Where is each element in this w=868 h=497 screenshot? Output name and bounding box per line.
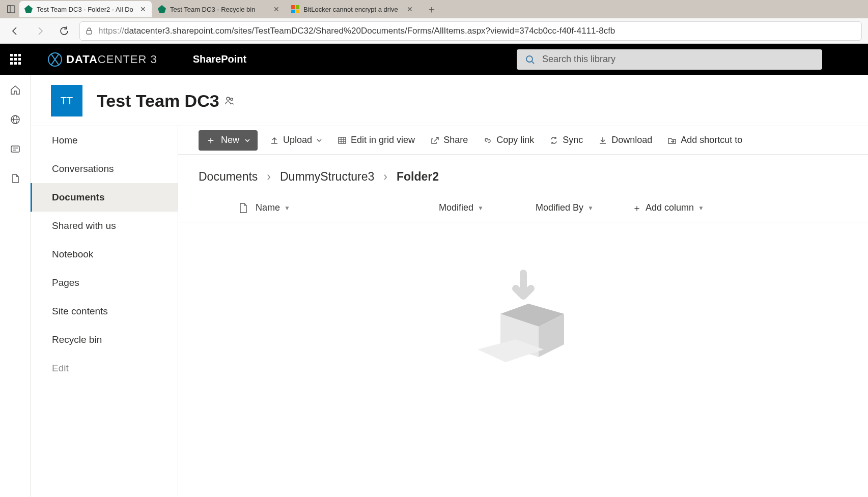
svg-rect-0 [8, 6, 15, 13]
microsoft-icon [291, 5, 299, 13]
site-title[interactable]: Test Team DC3 [97, 91, 219, 111]
url-text: https://datacenter3.sharepoint.com/sites… [98, 26, 856, 36]
svg-rect-8 [11, 146, 19, 152]
plus-icon: ＋ [632, 202, 641, 214]
chevron-right-icon: › [267, 170, 271, 184]
brand-text: DATACENTER 3 [66, 53, 157, 66]
grid-icon [338, 136, 347, 145]
close-tab-button[interactable]: ✕ [138, 5, 148, 13]
empty-folder-icon [467, 268, 579, 370]
crumb-dummystructure3[interactable]: DummyStructure3 [280, 170, 374, 184]
crumb-documents[interactable]: Documents [199, 170, 258, 184]
forward-button[interactable] [31, 22, 49, 40]
rail-news-button[interactable] [7, 141, 23, 157]
folder-shortcut-icon [667, 136, 677, 145]
download-icon [598, 136, 607, 145]
modified-column[interactable]: Modified ▼ [439, 202, 536, 213]
search-box[interactable] [517, 49, 822, 70]
svg-rect-1 [8, 6, 10, 13]
modified-by-column[interactable]: Modified By ▼ [536, 202, 632, 213]
chevron-down-icon: ▼ [698, 204, 704, 212]
tab-title: Test Team DC3 - Folder2 - All Do [37, 6, 134, 13]
chevron-down-icon [244, 137, 250, 143]
rail-global-button[interactable] [7, 111, 23, 128]
upload-icon [270, 136, 279, 145]
brand-logo-icon [48, 52, 62, 67]
site-header: TT Test Team DC3 [31, 75, 868, 126]
close-tab-button[interactable]: ✕ [405, 5, 414, 13]
close-tab-button[interactable]: ✕ [272, 5, 281, 13]
type-column[interactable] [231, 202, 256, 214]
address-bar[interactable]: https://datacenter3.sharepoint.com/sites… [79, 21, 862, 41]
edit-grid-button[interactable]: Edit in grid view [334, 135, 418, 145]
rail-home-button[interactable] [7, 82, 23, 98]
breadcrumb: Documents › DummyStructure3 › Folder2 [178, 155, 868, 194]
nav-conversations[interactable]: Conversations [31, 155, 178, 183]
chevron-down-icon: ▼ [587, 204, 594, 212]
svg-point-11 [227, 97, 230, 100]
browser-tab-strip: Test Team DC3 - Folder2 - All Do ✕ Test … [0, 0, 868, 18]
refresh-button[interactable] [55, 22, 73, 40]
nav-home[interactable]: Home [31, 126, 178, 155]
download-button[interactable]: Download [595, 135, 655, 145]
waffle-icon [10, 54, 21, 65]
svg-line-4 [532, 62, 534, 64]
sync-button[interactable]: Sync [546, 135, 586, 145]
left-nav: Home Conversations Documents Shared with… [31, 126, 178, 497]
svg-point-12 [230, 98, 232, 100]
add-column-button[interactable]: ＋ Add column ▼ [632, 202, 704, 214]
copy-link-button[interactable]: Copy link [480, 135, 537, 145]
product-name[interactable]: SharePoint [193, 53, 247, 65]
plus-icon: ＋ [206, 133, 216, 147]
address-bar-row: https://datacenter3.sharepoint.com/sites… [0, 18, 868, 44]
browser-tab-3[interactable]: BitLocker cannot encrypt a drive ✕ [286, 1, 418, 17]
nav-site-contents[interactable]: Site contents [31, 297, 178, 326]
search-input[interactable] [542, 54, 814, 65]
tenant-brand[interactable]: DATACENTER 3 [31, 52, 157, 67]
column-headers: Name ▼ Modified ▼ Modified By ▼ ＋ Add co… [178, 194, 868, 222]
tab-title: BitLocker cannot encrypt a drive [303, 6, 401, 13]
app-launcher-button[interactable] [0, 44, 31, 75]
chevron-down-icon: ▼ [284, 204, 290, 212]
tab-actions-button[interactable] [3, 2, 19, 16]
crumb-current: Folder2 [397, 170, 439, 184]
name-column[interactable]: Name ▼ [256, 202, 439, 213]
chevron-down-icon: ▼ [478, 204, 484, 212]
app-rail [0, 75, 31, 497]
back-button[interactable] [6, 22, 24, 40]
chevron-right-icon: › [383, 170, 387, 184]
sharepoint-icon [158, 5, 166, 13]
file-icon [239, 202, 248, 214]
nav-pages[interactable]: Pages [31, 269, 178, 297]
svg-rect-2 [87, 31, 92, 34]
nav-shared-with-us[interactable]: Shared with us [31, 212, 178, 240]
chevron-down-icon [316, 137, 322, 143]
command-bar: ＋ New Upload Edit in grid view [178, 126, 868, 155]
nav-edit[interactable]: Edit [31, 354, 178, 383]
svg-rect-13 [339, 137, 346, 143]
browser-tab-1[interactable]: Test Team DC3 - Folder2 - All Do ✕ [19, 1, 152, 17]
lock-icon [85, 27, 93, 35]
site-avatar[interactable]: TT [51, 85, 82, 116]
tab-title: Test Team DC3 - Recycle bin [170, 6, 268, 13]
share-button[interactable]: Share [427, 135, 471, 145]
share-icon [430, 136, 439, 145]
empty-state [178, 222, 868, 497]
svg-point-3 [526, 56, 533, 62]
add-shortcut-button[interactable]: Add shortcut to [664, 135, 745, 145]
nav-recycle-bin[interactable]: Recycle bin [31, 326, 178, 354]
search-icon [525, 54, 535, 65]
link-icon [483, 136, 492, 145]
sharepoint-icon [24, 5, 33, 13]
sync-icon [549, 136, 558, 145]
new-tab-button[interactable]: ＋ [423, 2, 441, 17]
nav-notebook[interactable]: Notebook [31, 240, 178, 269]
teams-icon[interactable] [223, 95, 235, 106]
upload-button[interactable]: Upload [267, 135, 325, 145]
browser-tab-2[interactable]: Test Team DC3 - Recycle bin ✕ [153, 1, 285, 17]
rail-files-button[interactable] [7, 170, 23, 187]
nav-documents[interactable]: Documents [31, 183, 178, 212]
new-button[interactable]: ＋ New [199, 130, 258, 151]
suite-header: DATACENTER 3 SharePoint [0, 44, 868, 75]
